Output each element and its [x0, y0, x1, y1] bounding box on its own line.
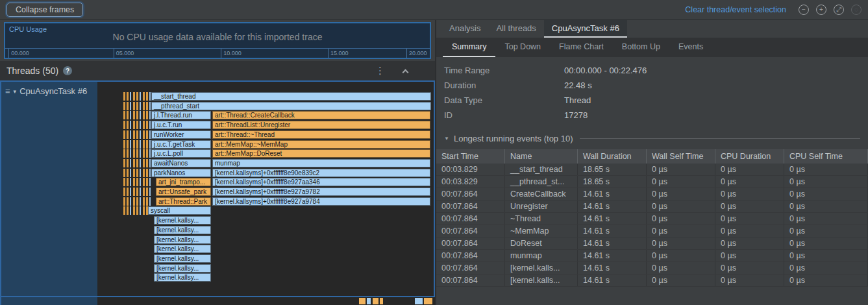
table-cell: 0 µs	[784, 262, 868, 274]
column-header[interactable]: CPU Self Time	[784, 149, 868, 164]
flame-segment[interactable]: parkNanos	[151, 169, 211, 177]
flame-segment[interactable]: [kernel.kallsy...	[154, 226, 211, 234]
events-section-header[interactable]: ▼ Longest running events (top 10)	[444, 134, 860, 143]
flame-segment[interactable]: art::MemMap::~MemMap	[212, 140, 430, 149]
flame-segment[interactable]: [kernel.kallsy...	[154, 216, 211, 225]
cpu-time-axis: 00.00005.00010.00015.00020.000	[5, 48, 430, 58]
table-row[interactable]: 00:07.864~MemMap14.61 s0 µs0 µs0 µs	[436, 225, 868, 238]
tab-all-threads[interactable]: All threads	[488, 20, 543, 38]
subtab-flame-chart[interactable]: Flame Chart	[550, 38, 613, 57]
table-cell: 00:07.864	[436, 225, 505, 237]
collapse-triangle-icon[interactable]: ▼	[444, 136, 449, 141]
table-cell: 00:07.864	[436, 262, 505, 274]
flame-segment[interactable]: syscall	[148, 206, 211, 215]
column-header[interactable]: CPU Duration	[715, 149, 784, 164]
zoom-in-icon[interactable]: +	[816, 5, 826, 15]
flame-segment[interactable]: [kernel.kallsyms]+0xffffff8e927a9782	[212, 188, 430, 196]
table-row[interactable]: 00:07.864Unregister14.61 s0 µs0 µs0 µs	[436, 201, 868, 213]
subtab-summary[interactable]: Summary	[443, 38, 495, 57]
zoom-out-icon[interactable]: −	[799, 5, 809, 15]
flame-segment[interactable]: [kernel.kallsyms]+0xffffff8e90e839c2	[212, 169, 430, 177]
axis-tick: 00.000	[8, 49, 29, 58]
flame-segment[interactable]: [kernel.kallsyms]+0xffffff8e927a9784	[212, 197, 430, 206]
tab-analysis[interactable]: Analysis	[441, 20, 488, 38]
flame-segment[interactable]: j.l.Thread.run	[151, 111, 211, 119]
flame-segment[interactable]: awaitNanos	[151, 159, 211, 167]
flame-segment[interactable]: j.u.c.L.poll	[151, 149, 211, 158]
flame-segment[interactable]: [kernel.kallsy...	[154, 273, 211, 282]
flame-segment[interactable]: art::MemMap::DoReset	[212, 149, 430, 158]
flame-segment[interactable]: art_jni_trampo...	[156, 178, 211, 186]
flame-segment[interactable]: [kernel.kallsyms]+0xffffff8e927aa346	[212, 178, 430, 186]
flame-chart[interactable]: __start_thread__pthread_startj.l.Thread.…	[97, 82, 434, 296]
table-cell: 0 µs	[784, 164, 868, 175]
flame-segment[interactable]: art::Thread::Park	[156, 197, 211, 206]
table-cell: 14.61 s	[578, 213, 647, 225]
subtab-bottom-up[interactable]: Bottom Up	[613, 38, 669, 57]
flame-segment[interactable]: [kernel.kallsy...	[154, 254, 211, 263]
next-track-partial	[0, 297, 435, 305]
expand-caret-icon[interactable]: ▾	[14, 88, 17, 95]
drag-handle-icon[interactable]: ≡	[5, 86, 10, 96]
thread-track-label[interactable]: ≡ ▾ CpuAsyncTask #6	[1, 82, 97, 296]
mini-call-bars	[123, 121, 151, 129]
table-cell: __start_thread	[505, 164, 578, 175]
summary-row: Data TypeThread	[436, 93, 868, 108]
column-header[interactable]: Start Time	[436, 149, 505, 164]
table-cell: 14.61 s	[578, 188, 647, 200]
collapse-frames-button[interactable]: Collapse frames	[6, 3, 83, 17]
table-row[interactable]: 00:03.829__pthread_st...18.65 s0 µs0 µs0…	[436, 176, 868, 188]
table-row[interactable]: 00:07.864~Thread14.61 s0 µs0 µs0 µs	[436, 213, 868, 225]
cpu-usage-panel[interactable]: CPU Usage No CPU usage data available fo…	[4, 22, 431, 59]
flame-segment[interactable]: [kernel.kallsy...	[154, 245, 211, 253]
flame-segment[interactable]: __pthread_start	[151, 102, 431, 110]
collapse-chevron-icon[interactable]	[403, 69, 409, 75]
clear-selection-link[interactable]: Clear thread/event selection	[685, 5, 786, 14]
cpu-profiler-window: Collapse frames Clear thread/event selec…	[0, 0, 868, 305]
flame-segment[interactable]: art::Thread::~Thread	[212, 130, 430, 139]
flame-segment[interactable]: [kernel.kallsy...	[154, 264, 211, 273]
mini-call-bars	[123, 169, 151, 177]
table-cell: 0 µs	[647, 188, 715, 200]
flame-segment[interactable]: __start_thread	[151, 92, 431, 101]
mini-call-bars	[123, 111, 151, 119]
column-header[interactable]: Wall Duration	[578, 149, 647, 164]
kebab-menu-icon[interactable]: ⋮	[375, 65, 385, 77]
flame-segment[interactable]: munmap	[212, 159, 430, 167]
table-row[interactable]: 00:07.864DoReset14.61 s0 µs0 µs0 µs	[436, 238, 868, 250]
axis-tick: 10.000	[221, 49, 242, 58]
subtab-top-down[interactable]: Top Down	[495, 38, 550, 57]
summary-value: Thread	[564, 95, 591, 105]
next-track-label	[0, 297, 97, 305]
flame-segment[interactable]: j.u.c.T.getTask	[151, 140, 211, 149]
help-icon[interactable]: ?	[63, 66, 72, 75]
flame-segment[interactable]: art::Thread::CreateCallback	[212, 111, 430, 119]
cpu-empty-message: No CPU usage data available for this imp…	[5, 32, 430, 42]
thread-name: CpuAsyncTask #6	[19, 86, 87, 96]
table-row[interactable]: 00:07.864munmap14.61 s0 µs0 µs0 µs	[436, 250, 868, 262]
table-cell: 00:03.829	[436, 164, 505, 175]
table-row[interactable]: 00:07.864[kernel.kalls...14.61 s0 µs0 µs…	[436, 262, 868, 274]
table-cell: 00:07.864	[436, 213, 505, 225]
column-header[interactable]: Name	[505, 149, 578, 164]
table-cell: ~Thread	[505, 213, 578, 225]
thread-track-selected[interactable]: ≡ ▾ CpuAsyncTask #6 __start_thread__pthr…	[0, 80, 435, 297]
table-row[interactable]: 00:03.829__start_thread18.65 s0 µs0 µs0 …	[436, 164, 868, 176]
analysis-tabs: AnalysisAll threadsCpuAsyncTask #6	[436, 20, 868, 38]
column-header[interactable]: Wall Self Time	[647, 149, 715, 164]
table-cell: 0 µs	[647, 274, 715, 286]
mini-bar	[373, 298, 378, 304]
axis-tick: 20.000	[406, 49, 427, 58]
axis-tick: 15.000	[328, 49, 349, 58]
flame-segment[interactable]: art::ThreadList::Unregister	[212, 121, 430, 129]
flame-segment[interactable]: [kernel.kallsy...	[154, 236, 211, 244]
reset-zoom-icon[interactable]: ⤢	[834, 5, 844, 15]
flame-segment[interactable]: runWorker	[151, 130, 211, 139]
tab-cpuasynctask-6[interactable]: CpuAsyncTask #6	[544, 20, 627, 38]
flame-segment[interactable]: art::Unsafe_park	[156, 188, 211, 196]
frame-selection-icon: ◌	[851, 5, 862, 15]
subtab-events[interactable]: Events	[669, 38, 712, 57]
flame-segment[interactable]: j.u.c.T.run	[151, 121, 211, 129]
table-row[interactable]: 00:07.864[kernel.kalls...14.61 s0 µs0 µs…	[436, 274, 868, 287]
table-row[interactable]: 00:07.864CreateCallback14.61 s0 µs0 µs0 …	[436, 188, 868, 201]
